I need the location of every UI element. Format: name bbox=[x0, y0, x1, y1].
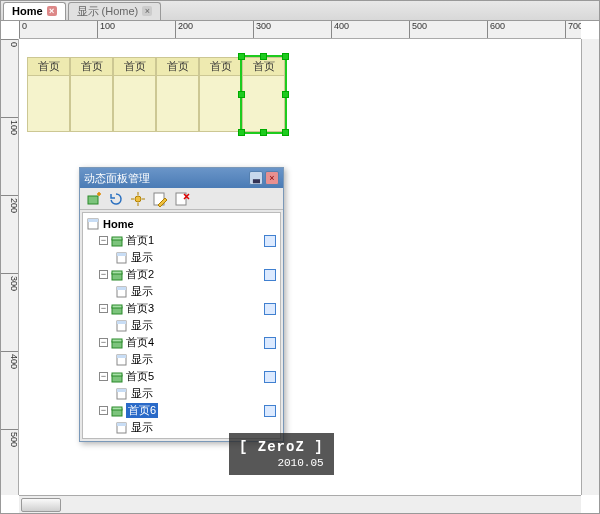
ruler-horizontal: 0100200300400500600700 bbox=[19, 21, 581, 39]
watermark-name: [ ZeroZ ] bbox=[239, 439, 324, 455]
ruler-tick: 100 bbox=[1, 117, 19, 135]
tree-child[interactable]: 显示 bbox=[83, 283, 280, 300]
duplicate-icon[interactable] bbox=[264, 303, 276, 315]
minimize-icon[interactable]: ▃ bbox=[249, 171, 263, 185]
close-icon[interactable]: × bbox=[142, 6, 152, 16]
widget-header: 首页 bbox=[157, 58, 198, 76]
duplicate-icon[interactable] bbox=[264, 337, 276, 349]
ruler-tick: 100 bbox=[97, 21, 115, 39]
duplicate-icon[interactable] bbox=[264, 405, 276, 417]
tree-node-label: 首页2 bbox=[126, 267, 154, 282]
tree-node[interactable]: −首页5 bbox=[83, 368, 280, 385]
widget-row: 首页首页首页首页首页首页 bbox=[27, 57, 285, 132]
collapse-icon[interactable]: − bbox=[99, 406, 108, 415]
tree-child[interactable]: 显示 bbox=[83, 385, 280, 402]
tree-child-label: 显示 bbox=[131, 420, 153, 435]
edit-icon[interactable] bbox=[152, 191, 168, 207]
panel-tree: Home −首页1显示−首页2显示−首页3显示−首页4显示−首页5显示−首页6显… bbox=[82, 212, 281, 439]
tree-node[interactable]: −首页4 bbox=[83, 334, 280, 351]
tree-child-label: 显示 bbox=[131, 284, 153, 299]
tree-node-label: 首页3 bbox=[126, 301, 154, 316]
duplicate-icon[interactable] bbox=[264, 235, 276, 247]
dynamic-panel-widget[interactable]: 首页 bbox=[156, 57, 199, 132]
close-icon[interactable]: × bbox=[47, 6, 57, 16]
panel-icon bbox=[110, 303, 124, 315]
design-canvas[interactable]: 首页首页首页首页首页首页 动态面板管理 ▃ × Home −首页1显示−首页2显… bbox=[19, 39, 581, 495]
dynamic-panel-widget[interactable]: 首页 bbox=[70, 57, 113, 132]
tree-node-label: 首页4 bbox=[126, 335, 154, 350]
tree-child[interactable]: 显示 bbox=[83, 351, 280, 368]
refresh-icon[interactable] bbox=[108, 191, 124, 207]
tree-child[interactable]: 显示 bbox=[83, 249, 280, 266]
resize-handle[interactable] bbox=[238, 91, 245, 98]
ruler-tick: 200 bbox=[1, 195, 19, 213]
collapse-icon[interactable]: − bbox=[99, 372, 108, 381]
panel-titlebar[interactable]: 动态面板管理 ▃ × bbox=[80, 168, 283, 188]
ruler-tick: 600 bbox=[487, 21, 505, 39]
resize-handle[interactable] bbox=[260, 53, 267, 60]
ruler-tick: 0 bbox=[19, 21, 27, 39]
collapse-icon[interactable]: − bbox=[99, 304, 108, 313]
panel-title-text: 动态面板管理 bbox=[84, 171, 150, 186]
watermark: [ ZeroZ ] 2010.05 bbox=[229, 433, 334, 475]
tab-home[interactable]: Home × bbox=[3, 2, 66, 20]
collapse-icon[interactable]: − bbox=[99, 338, 108, 347]
delete-icon[interactable] bbox=[174, 191, 190, 207]
collapse-icon[interactable]: − bbox=[99, 270, 108, 279]
tree-child-label: 显示 bbox=[131, 250, 153, 265]
resize-handle[interactable] bbox=[282, 91, 289, 98]
tree-node[interactable]: −首页2 bbox=[83, 266, 280, 283]
dynamic-panel-widget[interactable]: 首页 bbox=[27, 57, 70, 132]
close-icon[interactable]: × bbox=[265, 171, 279, 185]
svg-rect-13 bbox=[117, 253, 126, 256]
resize-handle[interactable] bbox=[238, 129, 245, 136]
panel-icon bbox=[110, 269, 124, 281]
settings-icon[interactable] bbox=[130, 191, 146, 207]
duplicate-icon[interactable] bbox=[264, 371, 276, 383]
add-panel-icon[interactable] bbox=[86, 191, 102, 207]
tree-child-label: 显示 bbox=[131, 352, 153, 367]
state-icon bbox=[115, 422, 129, 434]
svg-rect-0 bbox=[88, 196, 98, 204]
svg-rect-23 bbox=[112, 339, 122, 342]
tab-bar: Home × 显示 (Home) × bbox=[1, 1, 599, 21]
panel-icon bbox=[110, 371, 124, 383]
svg-rect-9 bbox=[88, 219, 98, 222]
tree-child[interactable]: 显示 bbox=[83, 317, 280, 334]
dynamic-panel-widget[interactable]: 首页 bbox=[242, 57, 285, 132]
ruler-tick: 700 bbox=[565, 21, 581, 39]
tree-node-label: 首页6 bbox=[126, 403, 158, 418]
svg-point-1 bbox=[135, 196, 141, 202]
svg-rect-17 bbox=[117, 287, 126, 290]
tree-node[interactable]: −首页1 bbox=[83, 232, 280, 249]
dynamic-panel-widget[interactable]: 首页 bbox=[199, 57, 242, 132]
tree-node[interactable]: −首页3 bbox=[83, 300, 280, 317]
tree-root[interactable]: Home bbox=[83, 215, 280, 232]
ruler-tick: 200 bbox=[175, 21, 193, 39]
svg-rect-29 bbox=[117, 389, 126, 392]
dynamic-panel-manager: 动态面板管理 ▃ × Home −首页1显示−首页2显示−首页3显示−首页4显示… bbox=[79, 167, 284, 442]
panel-icon bbox=[110, 405, 124, 417]
resize-handle[interactable] bbox=[238, 53, 245, 60]
panel-toolbar bbox=[80, 188, 283, 210]
tab-label: 显示 (Home) bbox=[77, 4, 139, 19]
collapse-icon[interactable]: − bbox=[99, 236, 108, 245]
scrollbar-horizontal[interactable] bbox=[19, 495, 581, 513]
duplicate-icon[interactable] bbox=[264, 269, 276, 281]
widget-header: 首页 bbox=[200, 58, 241, 76]
resize-handle[interactable] bbox=[282, 53, 289, 60]
svg-rect-31 bbox=[112, 407, 122, 410]
state-icon bbox=[115, 388, 129, 400]
svg-rect-15 bbox=[112, 271, 122, 274]
resize-handle[interactable] bbox=[260, 129, 267, 136]
resize-handle[interactable] bbox=[282, 129, 289, 136]
ruler-tick: 300 bbox=[1, 273, 19, 291]
widget-header: 首页 bbox=[243, 58, 284, 76]
tab-display[interactable]: 显示 (Home) × bbox=[68, 2, 162, 20]
scroll-thumb[interactable] bbox=[21, 498, 61, 512]
svg-rect-11 bbox=[112, 237, 122, 240]
ruler-tick: 500 bbox=[1, 429, 19, 447]
tree-node-label: 首页1 bbox=[126, 233, 154, 248]
tree-node[interactable]: −首页6 bbox=[83, 402, 280, 419]
dynamic-panel-widget[interactable]: 首页 bbox=[113, 57, 156, 132]
